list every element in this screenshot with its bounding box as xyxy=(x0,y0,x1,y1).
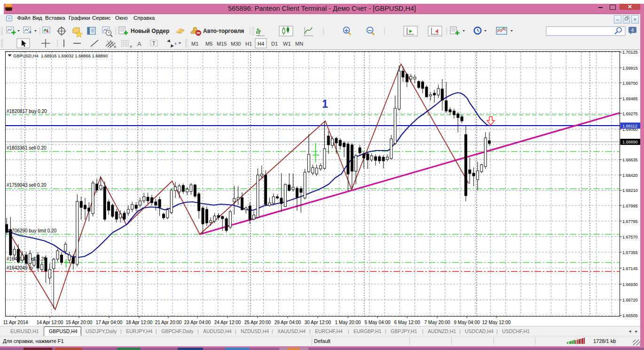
svg-text:24 Apr 12:00: 24 Apr 12:00 xyxy=(214,320,241,325)
svg-text:9 May 04:00: 9 May 04:00 xyxy=(454,320,479,325)
svg-text:#1803361 sell 0.20: #1803361 sell 0.20 xyxy=(7,145,47,151)
svg-text:1.67145: 1.67145 xyxy=(622,266,638,271)
svg-text:21 Apr 20:00: 21 Apr 20:00 xyxy=(155,320,182,325)
svg-text:1.67355: 1.67355 xyxy=(622,250,638,255)
svg-text:6 May 12:00: 6 May 12:00 xyxy=(394,320,420,325)
svg-text:12 May 12:00: 12 May 12:00 xyxy=(482,320,511,325)
svg-text:1.68890: 1.68890 xyxy=(622,140,638,144)
svg-text:1.69915: 1.69915 xyxy=(622,66,638,71)
svg-text:1.70125: 1.70125 xyxy=(622,50,638,55)
svg-text:#1706290 buy limit 0.20: #1706290 buy limit 0.20 xyxy=(7,228,57,233)
svg-text:GBPUSD,H4 1.68916 1.69032 1.6: GBPUSD,H4 1.68916 1.69032 1.68866 1.6889… xyxy=(13,54,108,58)
svg-text:29 Apr 04:00: 29 Apr 04:00 xyxy=(275,320,301,325)
svg-text:23 Apr 04:00: 23 Apr 04:00 xyxy=(184,320,211,325)
svg-text:1.69700: 1.69700 xyxy=(622,81,638,86)
svg-text:5 May 04:00: 5 May 04:00 xyxy=(364,320,390,325)
svg-text:1: 1 xyxy=(322,98,328,110)
svg-text:1.66720: 1.66720 xyxy=(622,298,638,302)
svg-text:1.69275: 1.69275 xyxy=(622,111,638,116)
svg-text:1.69485: 1.69485 xyxy=(622,96,638,101)
svg-text:1.67785: 1.67785 xyxy=(622,219,638,224)
svg-text:7 May 20:00: 7 May 20:00 xyxy=(424,320,450,325)
svg-text:25 Apr 20:00: 25 Apr 20:00 xyxy=(244,320,271,325)
svg-text:1.67570: 1.67570 xyxy=(622,235,638,239)
svg-text:18 Apr 12:00: 18 Apr 12:00 xyxy=(126,320,153,325)
svg-text:14 Apr 12:00: 14 Apr 12:00 xyxy=(37,320,63,325)
svg-text:1.68635: 1.68635 xyxy=(622,158,638,162)
svg-text:1 May 20:00: 1 May 20:00 xyxy=(335,320,361,325)
svg-text:#1759043 sell 0.20: #1759043 sell 0.20 xyxy=(7,183,47,188)
svg-text:15 Apr 20:00: 15 Apr 20:00 xyxy=(66,320,93,325)
svg-text:1.69112: 1.69112 xyxy=(622,124,637,128)
svg-text:1.68210: 1.68210 xyxy=(622,188,638,193)
svg-text:1.68420: 1.68420 xyxy=(622,173,638,178)
svg-text:1.66505: 1.66505 xyxy=(622,313,638,318)
svg-text:30 Apr 12:00: 30 Apr 12:00 xyxy=(305,320,331,325)
svg-text:#1820817 buy 0.20: #1820817 buy 0.20 xyxy=(7,109,47,114)
svg-text:1.66930: 1.66930 xyxy=(622,282,638,287)
svg-text:1.67995: 1.67995 xyxy=(622,204,638,208)
svg-text:17 Apr 04:00: 17 Apr 04:00 xyxy=(96,320,123,325)
svg-text:11 Apr 2014: 11 Apr 2014 xyxy=(3,320,28,325)
